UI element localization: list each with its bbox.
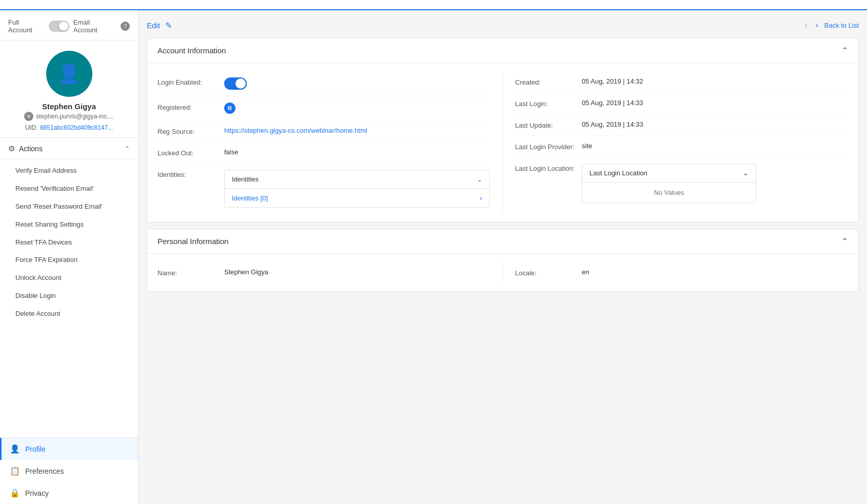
name-value: Stephen Gigya — [224, 268, 490, 276]
location-container: Last Login Location ⌄ No Values — [582, 164, 756, 203]
profile-nav-label: Profile — [25, 445, 46, 453]
account-info-left: Login Enabled: Registered: R — [157, 71, 503, 214]
account-information-card: Account Information ⌃ Login Enabled: — [147, 38, 859, 223]
sidebar-item-privacy[interactable]: 🔒 Privacy — [0, 482, 138, 504]
created-value: 05 Aug, 2019 | 14:32 — [582, 77, 848, 85]
reg-source-value[interactable]: https://stephen.gigya-cs.com/webinar/hom… — [224, 127, 490, 134]
sidebar-item-preferences[interactable]: 📋 Preferences — [0, 460, 138, 482]
user-email: stephen.purvis@gigya-inc.... — [36, 113, 114, 120]
locale-label: Locale: — [515, 268, 582, 277]
user-name: Stephen Gigya — [42, 102, 96, 111]
action-resend-verification[interactable]: Resend 'Verification Email' — [0, 180, 138, 198]
last-login-provider-label: Last Login Provider: — [515, 142, 582, 151]
action-unlock-account[interactable]: Unlock Account — [0, 269, 138, 287]
identities-label: Identities: — [157, 170, 224, 178]
profile-icon: 👤 — [10, 444, 20, 454]
page-header: Edit ✎ ‹ › Back to List — [147, 18, 859, 38]
identities-value: Identities ⌄ Identities [0] › — [224, 170, 490, 208]
action-verify-email[interactable]: Verify Email Address — [0, 162, 138, 180]
preferences-icon: 📋 — [10, 466, 20, 476]
last-update-label: Last Update: — [515, 120, 582, 129]
back-to-list-link[interactable]: Back to List — [824, 22, 859, 29]
action-reset-sharing[interactable]: Reset Sharing Settings — [0, 216, 138, 234]
created-label: Created: — [515, 77, 582, 86]
edit-link[interactable]: Edit — [147, 21, 160, 30]
identities-body: Identities [0] › — [225, 188, 489, 207]
last-login-location-row: Last Login Location: Last Login Location… — [515, 157, 848, 209]
toggle-knob — [235, 78, 246, 89]
personal-info-body: Name: Stephen Gigya Locale: en — [147, 254, 858, 291]
next-record-arrow[interactable]: › — [813, 18, 820, 32]
last-update-value: 05 Aug, 2019 | 14:33 — [582, 120, 848, 128]
location-chevron-icon: ⌄ — [743, 169, 748, 177]
registered-value: R — [224, 103, 490, 114]
sidebar: Full Account Email Account ? 👤 Stephen G… — [0, 10, 139, 504]
actions-header-left: ⚙ Actions — [8, 144, 43, 153]
action-delete-account[interactable]: Delete Account — [0, 305, 138, 323]
login-enabled-label: Login Enabled: — [157, 77, 224, 86]
uid-row: UID: 8851abc602bd409c8147... — [25, 124, 113, 131]
actions-title: Actions — [19, 145, 43, 153]
account-info-title: Account Information — [157, 46, 226, 55]
help-icon[interactable]: ? — [121, 22, 130, 31]
main-content: Edit ✎ ‹ › Back to List Account Informat… — [139, 10, 867, 504]
login-enabled-value — [224, 77, 490, 90]
full-account-label: Full Account — [8, 18, 45, 34]
locale-row: Locale: en — [515, 262, 848, 283]
personal-collapse-icon: ⌃ — [841, 236, 848, 246]
name-row: Name: Stephen Gigya — [157, 262, 490, 283]
header-right: ‹ › Back to List — [802, 18, 859, 32]
edit-pencil-icon[interactable]: ✎ — [165, 21, 172, 30]
avatar: 👤 — [46, 51, 92, 97]
reg-source-row: Reg Source: https://stephen.gigya-cs.com… — [157, 120, 490, 142]
identities-item-0[interactable]: Identities [0] › — [225, 189, 489, 207]
last-login-location-label: Last Login Location: — [515, 164, 582, 172]
locked-out-row: Locked Out: false — [157, 142, 490, 164]
sidebar-item-profile[interactable]: 👤 Profile — [0, 438, 138, 460]
location-body: No Values — [582, 182, 756, 203]
gear-icon: ⚙ — [8, 144, 15, 153]
toggle-knob — [59, 22, 68, 31]
last-login-provider-value: site — [582, 142, 848, 150]
last-login-label: Last Login: — [515, 99, 582, 108]
identities-row: Identities: Identities ⌄ Ide — [157, 164, 490, 214]
identities-item-arrow-icon: › — [480, 194, 482, 202]
registered-badge: R — [224, 103, 235, 114]
personal-info-grid: Name: Stephen Gigya Locale: en — [157, 262, 848, 283]
login-enabled-toggle[interactable] — [224, 77, 247, 90]
prev-record-arrow[interactable]: ‹ — [802, 18, 809, 32]
identities-chevron-icon: ⌄ — [477, 176, 482, 183]
action-reset-password-email[interactable]: Send 'Reset Password Email' — [0, 198, 138, 216]
actions-section: ⚙ Actions ⌃ Verify Email Address Resend … — [0, 138, 138, 325]
uid-label: UID: — [25, 124, 37, 131]
account-type-toggle[interactable] — [49, 21, 69, 32]
actions-header[interactable]: ⚙ Actions ⌃ — [0, 138, 138, 160]
email-account-label: Email Account — [73, 18, 115, 34]
user-profile-section: 👤 Stephen Gigya V stephen.purvis@gigya-i… — [0, 41, 138, 138]
account-info-right: Created: 05 Aug, 2019 | 14:32 Last Login… — [503, 71, 848, 214]
action-disable-login[interactable]: Disable Login — [0, 287, 138, 305]
location-dropdown-header[interactable]: Last Login Location ⌄ — [582, 164, 756, 182]
last-login-row: Last Login: 05 Aug, 2019 | 14:33 — [515, 93, 848, 114]
uid-value[interactable]: 8851abc602bd409c8147... — [40, 124, 113, 131]
actions-chevron-up-icon: ⌃ — [125, 145, 130, 152]
identities-dropdown-header[interactable]: Identities ⌄ — [225, 170, 489, 188]
last-login-value: 05 Aug, 2019 | 14:33 — [582, 99, 848, 107]
account-toggle-row: Full Account Email Account ? — [0, 10, 138, 41]
location-dropdown-label: Last Login Location — [589, 169, 647, 177]
locked-out-value: false — [224, 148, 490, 156]
action-reset-tfa-devices[interactable]: Reset TFA Devices — [0, 234, 138, 252]
personal-info-header[interactable]: Personal Information ⌃ — [147, 229, 858, 254]
identities-item-label: Identities [0] — [232, 194, 268, 202]
reg-source-label: Reg Source: — [157, 127, 224, 135]
last-login-provider-row: Last Login Provider: site — [515, 136, 848, 157]
locale-value: en — [582, 268, 848, 276]
sidebar-nav: 👤 Profile 📋 Preferences 🔒 Privacy — [0, 437, 138, 504]
personal-info-right: Locale: en — [503, 262, 848, 283]
account-info-header[interactable]: Account Information ⌃ — [147, 38, 858, 63]
collapse-icon: ⌃ — [841, 46, 848, 55]
action-force-tfa[interactable]: Force TFA Expiration — [0, 251, 138, 269]
last-update-row: Last Update: 05 Aug, 2019 | 14:33 — [515, 114, 848, 136]
header-left: Edit ✎ — [147, 21, 172, 30]
created-row: Created: 05 Aug, 2019 | 14:32 — [515, 71, 848, 93]
